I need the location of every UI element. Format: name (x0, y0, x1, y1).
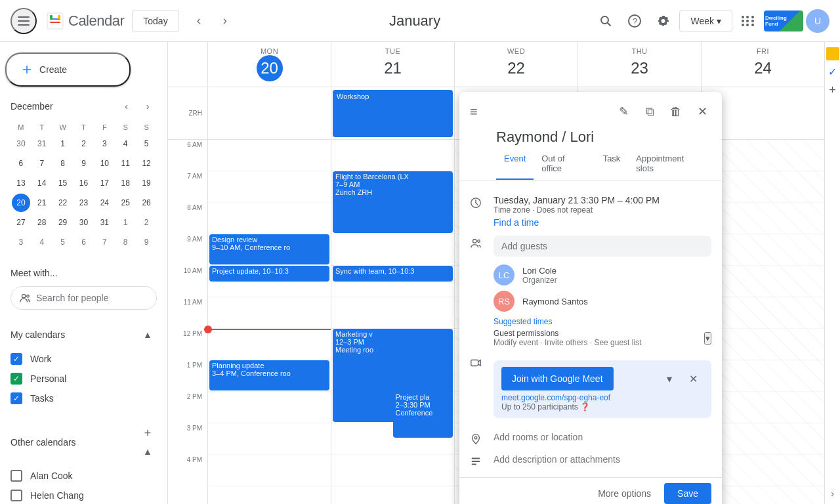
mini-cal-prev[interactable]: ‹ (117, 97, 136, 116)
mini-cal-day[interactable]: 4 (116, 135, 135, 153)
tab-out-of-office[interactable]: Out of office (534, 148, 595, 180)
meet-expand-button[interactable]: ▾ (659, 368, 680, 389)
mini-cal-day[interactable]: 2 (74, 135, 93, 153)
mini-cal-day[interactable]: 10 (95, 154, 114, 173)
activity-panel-icon-1[interactable] (826, 47, 839, 60)
tab-appointment-slots[interactable]: Appointment slots (628, 148, 711, 180)
mini-cal-today[interactable]: 20 (12, 194, 30, 212)
mini-cal-day[interactable]: 30 (74, 213, 93, 232)
mini-cal-day[interactable]: 27 (12, 213, 30, 232)
mini-cal-day[interactable]: 24 (95, 194, 114, 212)
next-nav-button[interactable]: › (213, 9, 237, 33)
join-google-meet-button[interactable]: Join with Google Meet (501, 367, 614, 390)
calendar-item-work[interactable]: ✓ Work (5, 349, 162, 369)
add-location-field[interactable]: Add rooms or location (494, 432, 583, 442)
mini-cal-day[interactable]: 7 (33, 154, 51, 173)
close-popup-button[interactable]: ✕ (690, 100, 714, 123)
mini-cal-day[interactable]: 31 (33, 135, 51, 153)
project-plan-event[interactable]: Project pla 2–3:30 PM Conference (393, 392, 453, 438)
mini-cal-day[interactable]: 8 (54, 154, 72, 173)
planning-update-event[interactable]: Planning update 3–4 PM, Conference roo (209, 360, 329, 390)
mini-cal-day[interactable]: 6 (74, 233, 93, 251)
mini-cal-day[interactable]: 11 (116, 154, 135, 173)
edit-event-button[interactable]: ✎ (612, 100, 635, 123)
calendar-item-helen[interactable]: Helen Chang (5, 486, 162, 504)
mini-cal-day[interactable]: 1 (116, 213, 135, 232)
help-button[interactable]: ? (621, 8, 648, 34)
day-header-wed[interactable]: WED 22 (454, 42, 578, 87)
work-checkbox[interactable]: ✓ (10, 353, 22, 365)
mini-cal-day[interactable]: 3 (12, 233, 30, 251)
mini-cal-next[interactable]: › (138, 97, 157, 116)
prev-nav-button[interactable]: ‹ (187, 9, 211, 33)
more-options-button[interactable]: More options (590, 483, 659, 504)
add-description-field[interactable]: Add description or attachments (494, 454, 620, 465)
day-header-thu[interactable]: THU 23 (578, 42, 701, 87)
suggested-times-link[interactable]: Suggested times (494, 314, 711, 329)
tab-event[interactable]: Event (496, 148, 534, 180)
delete-event-button[interactable]: 🗑 (664, 100, 688, 123)
mini-cal-day[interactable]: 15 (54, 174, 72, 192)
add-other-calendar-button[interactable]: + (138, 424, 157, 442)
helen-checkbox[interactable] (10, 490, 22, 501)
mini-cal-day[interactable]: 21 (33, 194, 51, 212)
mini-cal-day[interactable]: 26 (137, 194, 156, 212)
calendar-item-alan[interactable]: Alan Cook (5, 466, 162, 486)
mini-cal-day[interactable]: 22 (54, 194, 72, 212)
mini-cal-day[interactable]: 1 (54, 135, 72, 153)
permissions-expand-button[interactable]: ▾ (704, 332, 711, 345)
mini-cal-day[interactable]: 29 (54, 213, 72, 232)
mini-cal-day[interactable]: 23 (74, 194, 93, 212)
alan-checkbox[interactable] (10, 470, 22, 482)
create-button[interactable]: + Create (5, 52, 131, 87)
tab-task[interactable]: Task (595, 148, 629, 180)
mini-cal-day[interactable]: 4 (33, 233, 51, 251)
flight-event[interactable]: Flight to Barcelona (LX 7–9 AM Zürich ZR… (333, 171, 453, 233)
mini-cal-day[interactable]: 30 (12, 135, 30, 153)
mini-cal-day[interactable]: 2 (137, 213, 156, 232)
add-panel-button[interactable]: + (829, 83, 836, 97)
collapse-my-calendars-button[interactable]: ▲ (138, 326, 157, 344)
week-view-button[interactable]: Week ▾ (679, 10, 732, 32)
day-header-tue[interactable]: TUE 21 (331, 42, 454, 87)
calendar-item-personal[interactable]: ✓ Personal (5, 369, 162, 388)
today-button[interactable]: Today (132, 10, 178, 32)
mini-cal-day[interactable]: 9 (74, 154, 93, 173)
google-apps-button[interactable] (735, 8, 761, 34)
tasks-checkbox[interactable]: ✓ (10, 392, 22, 404)
mini-cal-day[interactable]: 14 (33, 174, 51, 192)
day-header-mon[interactable]: MON 20 (207, 42, 331, 87)
search-people-input[interactable]: Search for people (10, 286, 157, 310)
mini-cal-day[interactable]: 9 (137, 233, 156, 251)
search-button[interactable] (593, 8, 619, 34)
design-review-event[interactable]: Design review 9–10 AM, Conference ro (209, 234, 329, 264)
mini-cal-day[interactable]: 12 (137, 154, 156, 173)
find-time-link[interactable]: Find a time (494, 217, 711, 228)
mini-cal-day[interactable]: 16 (74, 174, 93, 192)
mini-cal-day[interactable]: 19 (137, 174, 156, 192)
project-update-event[interactable]: Project update, 10–10:3 (209, 266, 329, 282)
mini-cal-day[interactable]: 7 (95, 233, 114, 251)
mini-cal-day[interactable]: 6 (12, 154, 30, 173)
mini-cal-day[interactable]: 18 (116, 174, 135, 192)
settings-button[interactable] (650, 8, 677, 34)
calendar-item-tasks[interactable]: ✓ Tasks (5, 388, 162, 408)
mini-cal-day[interactable]: 5 (54, 233, 72, 251)
mini-cal-day[interactable]: 8 (116, 233, 135, 251)
workshop-event[interactable]: Workshop (333, 90, 453, 137)
sync-team-event[interactable]: Sync with team, 10–10:3 (333, 266, 453, 282)
mini-cal-day[interactable]: 17 (95, 174, 114, 192)
duplicate-event-button[interactable]: ⧉ (638, 100, 662, 123)
mini-cal-day[interactable]: 31 (95, 213, 114, 232)
personal-checkbox[interactable]: ✓ (10, 373, 22, 385)
mini-cal-day[interactable]: 25 (116, 194, 135, 212)
panel-expand-button[interactable]: › (831, 488, 834, 504)
mini-cal-day[interactable]: 5 (137, 135, 156, 153)
collapse-other-calendars-button[interactable]: ▲ (138, 442, 157, 461)
save-button[interactable]: Save (664, 483, 711, 504)
meet-close-button[interactable]: ✕ (682, 368, 704, 389)
menu-icon-button[interactable] (10, 8, 37, 34)
activity-panel-icon-2[interactable]: ✓ (828, 66, 837, 78)
mini-cal-day[interactable]: 3 (95, 135, 114, 153)
meet-link[interactable]: meet.google.com/spg-egha-eof (501, 393, 704, 402)
